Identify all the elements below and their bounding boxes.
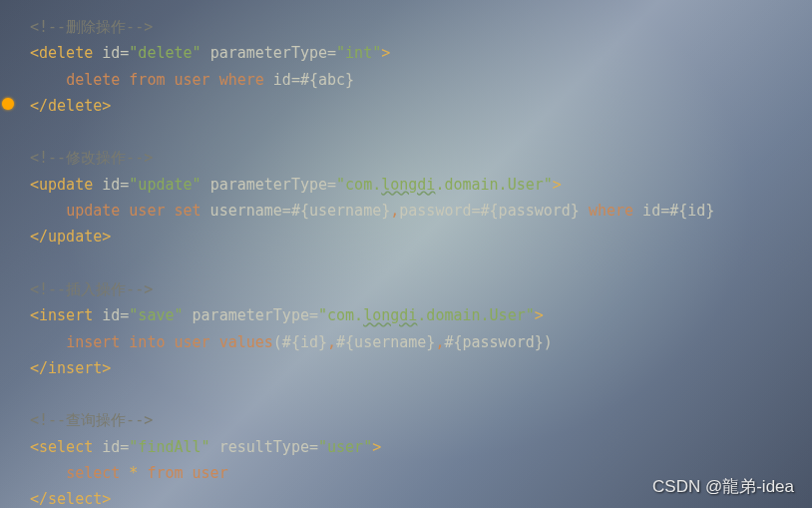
sql-insert: insert xyxy=(66,333,120,351)
comment-insert: <!--插入操作--> xyxy=(30,280,153,298)
select-tag: select xyxy=(39,438,93,456)
tag-close: > xyxy=(553,176,562,194)
rt-attr: resultType xyxy=(219,438,309,456)
pt-value: "int" xyxy=(336,44,381,62)
delete-tag: delete xyxy=(39,44,93,62)
eq: = xyxy=(120,176,129,194)
delete-close-tag: delete xyxy=(48,97,102,115)
close-bracket: > xyxy=(102,490,111,508)
id-attr: id xyxy=(102,44,120,62)
sql-update: update xyxy=(66,202,120,220)
eq: = xyxy=(327,176,336,194)
rt-value: "user" xyxy=(318,438,372,456)
id-value: "delete" xyxy=(129,44,201,62)
close-bracket: > xyxy=(102,359,111,377)
eq: = xyxy=(309,306,318,324)
close-open: </ xyxy=(30,490,48,508)
tag-close: > xyxy=(381,44,390,62)
id-value: "findAll" xyxy=(129,438,209,456)
comma: , xyxy=(327,333,336,351)
tag-open: < xyxy=(30,176,39,194)
sql-from: from xyxy=(129,71,165,89)
sql-into: into xyxy=(129,333,165,351)
update-close-tag: update xyxy=(48,228,102,246)
close-open: </ xyxy=(30,359,48,377)
close-bracket: > xyxy=(102,228,111,246)
sql-user: user xyxy=(193,464,228,482)
pt-attr: parameterType xyxy=(210,176,327,194)
comment-delete: <!--删除操作--> xyxy=(30,18,153,36)
comment-select: <!--查询操作--> xyxy=(30,411,153,429)
pt-val2: longdi xyxy=(381,176,435,194)
tag-close: > xyxy=(372,438,381,456)
insert-tag: insert xyxy=(39,306,93,324)
pt-attr: parameterType xyxy=(193,306,309,324)
id-value: "save" xyxy=(129,306,183,324)
sql-where: where xyxy=(589,202,633,220)
comment-update: <!--修改操作--> xyxy=(30,149,153,167)
pt-val3: .domain.User" xyxy=(417,306,534,324)
eq: = xyxy=(120,306,129,324)
eq: = xyxy=(120,44,129,62)
sql-values: values xyxy=(219,333,273,351)
sql-delete: delete xyxy=(66,71,120,89)
sql-text: #{username} xyxy=(336,333,435,351)
watermark: CSDN @龍弟-idea xyxy=(652,475,794,498)
pt-val1: "com. xyxy=(336,176,381,194)
tag-open: < xyxy=(30,306,39,324)
comma: , xyxy=(390,202,399,220)
eq: = xyxy=(120,438,129,456)
sql-text: id=#{id} xyxy=(633,202,714,220)
sql-where: where xyxy=(219,71,264,89)
eq: = xyxy=(327,44,336,62)
sql-user: user xyxy=(129,202,165,220)
id-attr: id xyxy=(102,306,120,324)
sql-from: from xyxy=(147,464,183,482)
insert-close-tag: insert xyxy=(48,359,102,377)
sql-user: user xyxy=(175,333,210,351)
tag-close: > xyxy=(535,306,544,324)
pt-val2: longdi xyxy=(363,306,417,324)
code-editor[interactable]: <!--删除操作--> <delete id="delete" paramete… xyxy=(0,0,812,508)
sql-text: (#{id} xyxy=(273,333,327,351)
sql-text: username=#{username} xyxy=(202,202,391,220)
sql-select: select xyxy=(66,464,120,482)
sql-text: password=#{password} xyxy=(399,202,589,220)
pt-attr: parameterType xyxy=(210,44,327,62)
tag-open: < xyxy=(30,438,39,456)
close-bracket: > xyxy=(102,97,111,115)
eq: = xyxy=(309,438,318,456)
close-open: </ xyxy=(30,228,48,246)
pt-val1: "com. xyxy=(318,306,363,324)
close-open: </ xyxy=(30,97,48,115)
sql-set: set xyxy=(175,202,202,220)
select-close-tag: select xyxy=(48,490,102,508)
sql-user: user xyxy=(175,71,210,89)
id-attr: id xyxy=(102,438,120,456)
star: * xyxy=(129,464,138,482)
pt-val3: .domain.User" xyxy=(435,176,552,194)
tag-open: < xyxy=(30,44,39,62)
id-attr: id xyxy=(102,176,120,194)
id-value: "update" xyxy=(129,176,201,194)
sql-text: id=#{abc} xyxy=(264,71,354,89)
sql-text: #{password}) xyxy=(444,333,552,351)
update-tag: update xyxy=(39,176,93,194)
